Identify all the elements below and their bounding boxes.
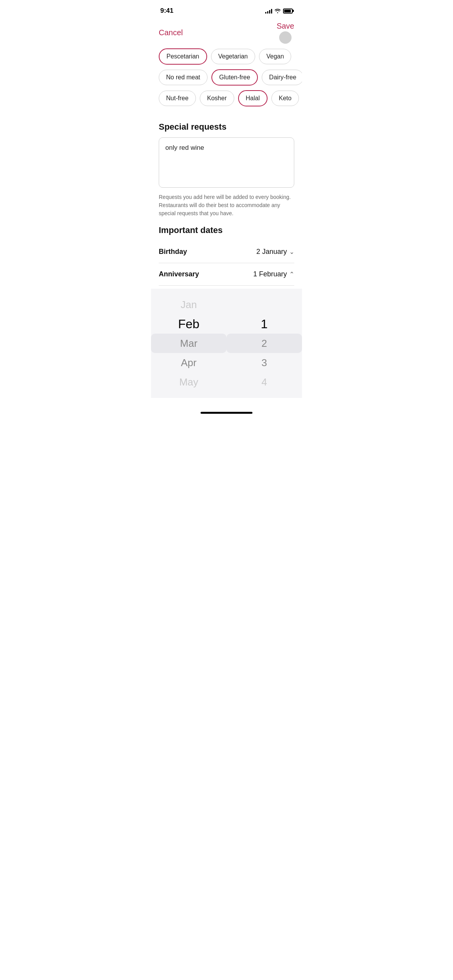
anniversary-value-container[interactable]: 1 February ⌃ (253, 270, 294, 278)
nav-bar: Cancel Save (151, 19, 302, 48)
tag-pescetarian[interactable]: Pescetarian (159, 48, 207, 65)
picker-month-feb[interactable]: Feb (151, 314, 226, 334)
save-button-container: Save (276, 22, 294, 44)
diet-tags-row-1: Pescetarian Vegetarian Vegan (159, 48, 294, 65)
cancel-button[interactable]: Cancel (159, 28, 183, 37)
special-requests-input[interactable]: only red wine (159, 137, 294, 188)
battery-icon (283, 9, 293, 14)
anniversary-value: 1 February (253, 270, 287, 278)
birthday-row[interactable]: Birthday 2 January ⌄ (159, 241, 294, 263)
important-dates-section: Important dates Birthday 2 January ⌄ Ann… (151, 218, 302, 286)
tag-nut-free[interactable]: Nut-free (159, 91, 196, 106)
picker-day-empty[interactable] (226, 295, 302, 314)
tag-keto[interactable]: Keto (271, 91, 299, 106)
birthday-value-container[interactable]: 2 January ⌄ (256, 248, 294, 256)
tag-vegetarian[interactable]: Vegetarian (211, 49, 256, 64)
status-icons (265, 9, 293, 14)
month-picker-col[interactable]: Jan Feb Mar Apr May (151, 295, 226, 392)
diet-tags-row-3: Nut-free Kosher Halal Keto (159, 90, 294, 106)
special-requests-title: Special requests (159, 122, 294, 132)
picker-month-jan[interactable]: Jan (151, 295, 226, 314)
status-bar: 9:41 (151, 0, 302, 19)
date-picker[interactable]: Jan Feb Mar Apr May 1 2 3 4 (151, 289, 302, 398)
picker-day-4[interactable]: 4 (226, 372, 302, 392)
picker-day-2[interactable]: 2 (226, 334, 302, 353)
tag-no-red-meat[interactable]: No red meat (159, 70, 208, 85)
picker-month-mar[interactable]: Mar (151, 334, 226, 353)
diet-tags-section: Pescetarian Vegetarian Vegan No red meat… (151, 48, 302, 117)
home-bar (201, 412, 252, 414)
tag-dairy-free[interactable]: Dairy-free (262, 70, 302, 85)
save-button[interactable]: Save (276, 22, 294, 31)
picker-day-3[interactable]: 3 (226, 353, 302, 372)
day-picker-col[interactable]: 1 2 3 4 (226, 295, 302, 392)
picker-day-1[interactable]: 1 (226, 314, 302, 334)
picker-month-may[interactable]: May (151, 372, 226, 392)
tag-gluten-free[interactable]: Gluten-free (211, 69, 258, 86)
status-time: 9:41 (160, 7, 173, 15)
special-requests-section: Special requests only red wine Requests … (151, 117, 302, 218)
anniversary-chevron-up-icon: ⌃ (289, 271, 294, 278)
save-dot (279, 31, 292, 44)
birthday-value: 2 January (256, 248, 287, 256)
anniversary-row[interactable]: Anniversary 1 February ⌃ (159, 263, 294, 286)
important-dates-title: Important dates (159, 225, 294, 235)
birthday-label: Birthday (159, 248, 187, 256)
tag-halal[interactable]: Halal (238, 90, 268, 106)
anniversary-label: Anniversary (159, 270, 199, 278)
tag-kosher[interactable]: Kosher (200, 91, 234, 106)
birthday-chevron-down-icon: ⌄ (289, 248, 294, 255)
picker-month-apr[interactable]: Apr (151, 353, 226, 372)
tag-vegan[interactable]: Vegan (259, 49, 291, 64)
special-requests-helper: Requests you add here will be added to e… (159, 193, 294, 218)
signal-icon (265, 9, 272, 14)
diet-tags-row-2: No red meat Gluten-free Dairy-free (159, 69, 294, 86)
wifi-icon (275, 9, 281, 13)
home-indicator (151, 406, 302, 417)
